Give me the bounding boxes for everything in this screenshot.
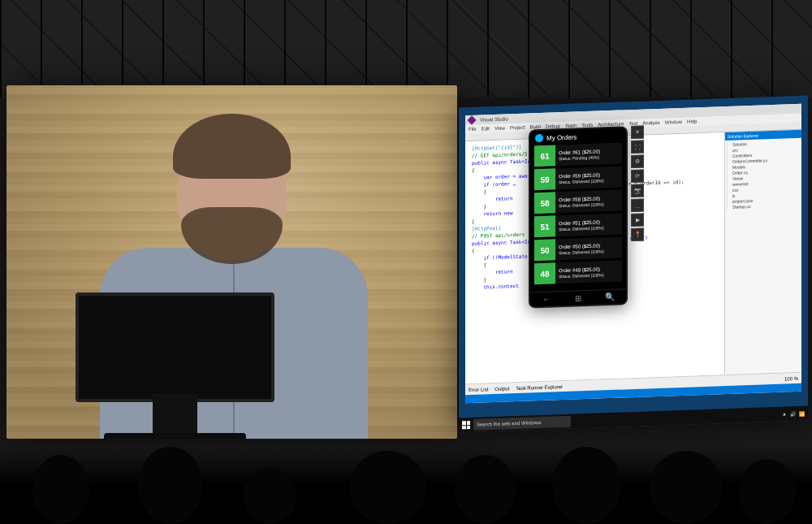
tray-icon[interactable]: 🔊 (790, 411, 796, 417)
order-info: Order #61 ($25.00)Status: Pending (40%) (555, 142, 622, 166)
tray-icon[interactable]: ▲ (782, 411, 787, 417)
order-status: Status: Delivered (100%) (559, 271, 619, 279)
windows-taskbar: Search the web and Windows ▲ 🔊 📶 (459, 405, 808, 432)
order-number-tile: 50 (534, 239, 555, 261)
taskbar-search-placeholder: Search the web and Windows (477, 420, 541, 427)
order-row[interactable]: 48Order #48 ($25.00)Status: Delivered (1… (534, 260, 622, 284)
tray-icon[interactable]: 📶 (799, 410, 805, 416)
emulator-tool-button[interactable]: ⟳ (631, 170, 644, 184)
order-number-tile: 59 (534, 168, 555, 190)
phone-emulator[interactable]: My Orders 61Order #61 ($25.00)Status: Pe… (529, 126, 628, 308)
emulator-tool-button[interactable]: 📷 (631, 184, 644, 198)
order-info: Order #50 ($25.00)Status: Delivered (100… (555, 236, 622, 260)
presenter-projection (6, 85, 457, 439)
solution-tree[interactable]: Solutionsrc Controllers OrdersController… (725, 138, 801, 375)
emulator-tool-button[interactable]: 📍 (631, 228, 644, 242)
order-row[interactable]: 51Order #51 ($25.00)Status: Delivered (1… (534, 213, 622, 237)
order-number-tile: 61 (534, 145, 555, 167)
order-number-tile: 58 (534, 192, 555, 214)
menu-item[interactable]: Analyze (642, 120, 659, 126)
order-row[interactable]: 50Order #50 ($25.00)Status: Delivered (1… (534, 236, 622, 261)
bottom-tab[interactable]: Output (495, 386, 509, 392)
order-info: Order #58 ($25.00)Status: Delivered (100… (555, 189, 622, 213)
menu-item[interactable]: Help (687, 119, 697, 123)
orders-list[interactable]: 61Order #61 ($25.00)Status: Pending (40%… (530, 142, 626, 292)
podium-monitor (76, 292, 274, 439)
emulator-tool-button[interactable]: ⚙ (631, 155, 644, 169)
order-row[interactable]: 61Order #61 ($25.00)Status: Pending (40%… (534, 142, 622, 167)
emulator-toolbar: ✕⛶⚙⟳📷…▶📍 (631, 126, 644, 242)
vs-title: Visual Studio (480, 116, 508, 122)
order-row[interactable]: 58Order #58 ($25.00)Status: Delivered (1… (534, 189, 622, 214)
app-title: My Orders (546, 133, 577, 141)
phone-softkeys: ← ⊞ 🔍 (530, 288, 626, 306)
menu-item[interactable]: Edit (482, 126, 490, 131)
emulator-tool-button[interactable]: ✕ (631, 126, 644, 140)
menu-item[interactable]: Window (665, 119, 682, 125)
start-button-icon[interactable] (462, 421, 470, 429)
emulator-tool-button[interactable]: … (631, 199, 644, 213)
menu-item[interactable]: File (469, 127, 477, 132)
order-status: Status: Pending (40%) (559, 154, 619, 161)
back-key-icon[interactable]: ← (530, 292, 562, 306)
bottom-tab[interactable]: Error List (469, 387, 488, 392)
vs-logo-icon (467, 115, 476, 124)
order-row[interactable]: 59Order #59 ($25.00)Status: Delivered (1… (534, 166, 622, 190)
audience-silhouette (0, 447, 812, 524)
order-status: Status: Delivered (100%) (559, 248, 619, 255)
order-info: Order #59 ($25.00)Status: Delivered (100… (555, 166, 622, 189)
order-info: Order #51 ($25.00)Status: Delivered (100… (555, 213, 622, 236)
menu-item[interactable]: Project (510, 125, 525, 131)
zoom-level: 100 % (784, 375, 798, 381)
emulator-tool-button[interactable]: ⛶ (631, 141, 644, 154)
taskbar-search[interactable]: Search the web and Windows (473, 416, 571, 431)
order-number-tile: 51 (534, 215, 555, 237)
menu-item[interactable]: View (495, 126, 505, 131)
solution-explorer-pane: Solution Explorer Solutionsrc Controller… (724, 130, 801, 375)
bottom-tab[interactable]: Task Runner Explorer (516, 384, 563, 391)
desktop-projection: Visual Studio File Edit View Project Bui… (459, 95, 808, 432)
taskbar-tray: ▲ 🔊 📶 (782, 410, 805, 417)
order-status: Status: Delivered (100%) (559, 224, 619, 232)
order-info: Order #48 ($25.00)Status: Delivered (100… (555, 260, 622, 284)
emulator-tool-button[interactable]: ▶ (631, 214, 644, 227)
stage-ceiling (0, 0, 812, 97)
home-key-icon[interactable]: ⊞ (562, 291, 594, 305)
order-number-tile: 48 (534, 262, 555, 284)
order-status: Status: Delivered (100%) (559, 201, 619, 208)
search-key-icon[interactable]: 🔍 (594, 289, 626, 304)
order-status: Status: Delivered (100%) (559, 177, 619, 184)
app-icon (535, 134, 543, 142)
